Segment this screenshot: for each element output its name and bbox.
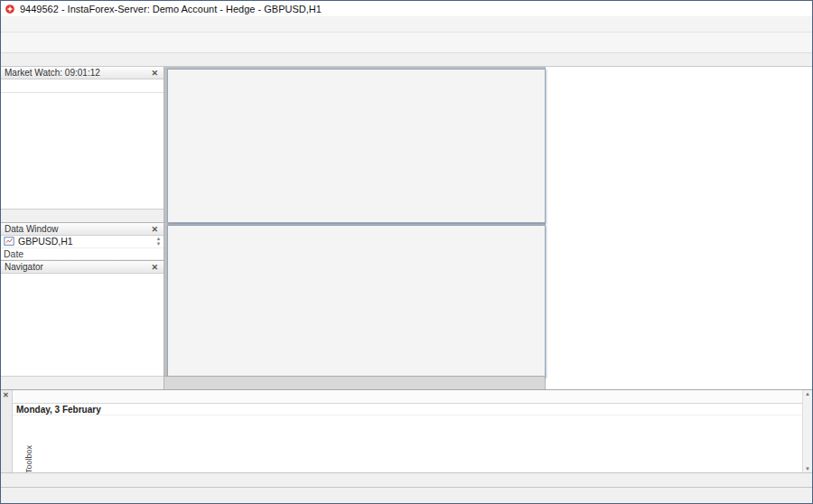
- navigator-tree: [1, 274, 164, 376]
- toolbar: [1, 33, 812, 53]
- navigator-tabs: [1, 376, 164, 389]
- market-watch-columns: [1, 79, 164, 93]
- close-icon[interactable]: ✕: [3, 391, 9, 399]
- calendar-table: Monday, 3 February: [13, 390, 802, 472]
- close-icon[interactable]: ✕: [149, 69, 160, 78]
- toolbox-strip: ✕ Toolbox: [1, 390, 13, 472]
- scrollbar[interactable]: ▲▼: [154, 236, 164, 247]
- status-bar: [1, 487, 812, 503]
- main-area: Market Watch: 09:01:12 ✕ Data Window ✕ G…: [1, 67, 812, 389]
- toolbox-panel: ✕ Toolbox Monday, 3 February ▲▼: [1, 389, 812, 472]
- chart-window-gbpusd: [167, 69, 546, 223]
- navigator-panel: Navigator ✕: [1, 261, 164, 389]
- calendar-columns: [13, 390, 802, 404]
- navigator-title: Navigator: [5, 262, 43, 272]
- chart-workspace: [164, 67, 545, 389]
- market-watch-panel: Market Watch: 09:01:12 ✕: [1, 67, 164, 223]
- market-watch-add-row[interactable]: [1, 93, 164, 107]
- data-window-symbol: GBPUSD,H1: [18, 236, 73, 247]
- market-watch-title: Market Watch: 09:01:12: [5, 68, 100, 78]
- title-bar: 9449562 - InstaForex-Server: Demo Accoun…: [1, 1, 812, 16]
- toolbox-vertical-label: Toolbox: [24, 437, 33, 472]
- app-logo-icon: [5, 4, 15, 14]
- chart-mini-icon: [4, 236, 14, 247]
- chart-tab-bar: [164, 376, 545, 389]
- close-icon[interactable]: ✕: [149, 225, 160, 234]
- close-icon[interactable]: ✕: [149, 263, 160, 272]
- market-watch-tabs: [1, 209, 164, 222]
- window-title: 9449562 - InstaForex-Server: Demo Accoun…: [20, 4, 322, 14]
- data-window-row: Date: [1, 248, 164, 261]
- timeframe-bar: [1, 53, 812, 67]
- scrollbar[interactable]: ▲▼: [802, 390, 812, 472]
- data-window-symbol-row: GBPUSD,H1 ▲▼: [1, 236, 164, 248]
- chart-window-eurusd: [167, 225, 546, 378]
- toolbox-tab-bar: [1, 472, 812, 487]
- data-window-panel: Data Window ✕ GBPUSD,H1 ▲▼ Date: [1, 223, 164, 261]
- market-watch-header: Market Watch: 09:01:12 ✕: [1, 67, 164, 79]
- application-window: 9449562 - InstaForex-Server: Demo Accoun…: [0, 0, 813, 504]
- left-column: Market Watch: 09:01:12 ✕ Data Window ✕ G…: [1, 67, 164, 389]
- menu-bar: [1, 16, 812, 33]
- right-column: [545, 67, 812, 389]
- calendar-group-row: Monday, 3 February: [13, 404, 802, 415]
- data-window-title: Data Window: [5, 224, 58, 234]
